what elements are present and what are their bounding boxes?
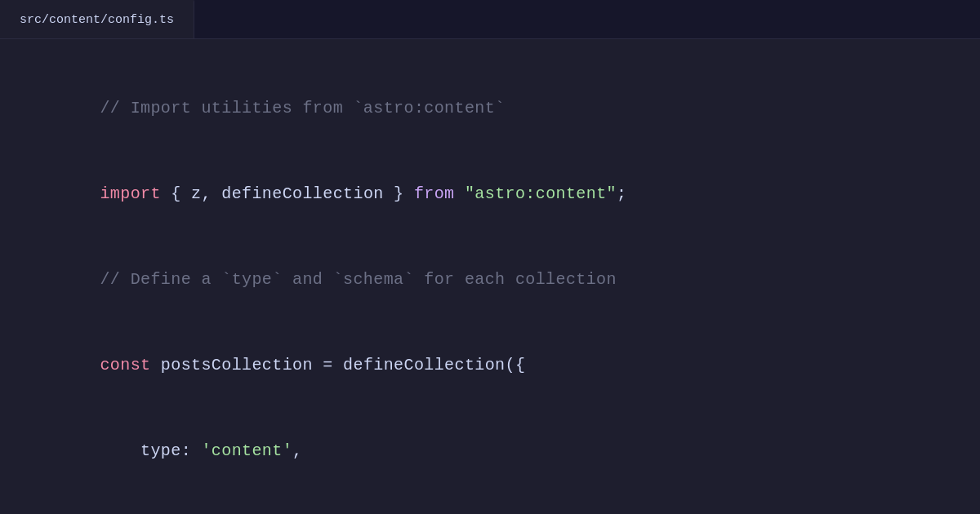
editor-window: src/content/config.ts // Import utilitie… [0, 0, 980, 514]
file-tab[interactable]: src/content/config.ts [0, 0, 194, 38]
default-token: , [292, 441, 302, 460]
default-token: postsCollection = defineCollection({ [150, 356, 525, 374]
code-line: // Import utilities from `astro:content` [39, 65, 941, 151]
code-line: const postsCollection = defineCollection… [39, 322, 941, 408]
code-line: schema: z.object({ [39, 494, 941, 514]
string-token: 'content' [201, 441, 292, 460]
default-token: { z, defineCollection } [161, 184, 414, 203]
default-token: type: [100, 441, 201, 460]
tab-bar: src/content/config.ts [0, 0, 980, 39]
code-line: // Define a `type` and `schema` for each… [39, 237, 941, 322]
comment-token: // Define a `type` and `schema` for each… [100, 270, 617, 289]
tab-label: src/content/config.ts [20, 13, 174, 27]
comment-token: // Import utilities from `astro:content` [100, 99, 505, 117]
default-token: ; [617, 184, 626, 203]
code-line: type: 'content', [39, 408, 941, 494]
from-token: from [414, 184, 455, 203]
keyword-token: const [100, 356, 150, 374]
code-area: // Import utilities from `astro:content`… [0, 39, 980, 514]
code-line: import { z, defineCollection } from "ast… [39, 151, 941, 237]
string-token: "astro:content" [465, 184, 617, 203]
default-token [455, 184, 465, 203]
keyword-token: import [100, 184, 160, 203]
